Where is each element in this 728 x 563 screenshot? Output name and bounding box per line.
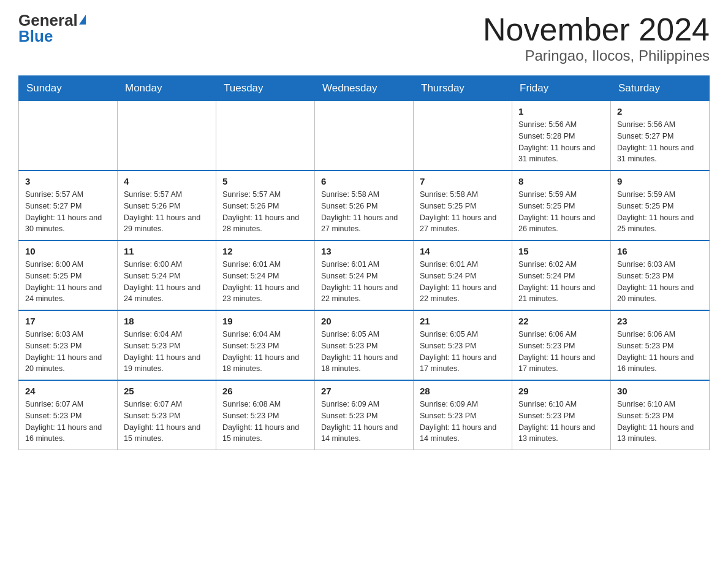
calendar-cell: 13Sunrise: 6:01 AMSunset: 5:24 PMDayligh…	[315, 240, 414, 310]
logo-triangle-icon	[79, 15, 86, 25]
day-info: Sunrise: 6:03 AMSunset: 5:23 PMDaylight:…	[25, 329, 111, 375]
calendar-cell: 24Sunrise: 6:07 AMSunset: 5:23 PMDayligh…	[19, 380, 118, 450]
day-number: 18	[124, 316, 210, 326]
day-number: 12	[222, 246, 308, 256]
day-number: 3	[25, 176, 111, 186]
week-row-3: 10Sunrise: 6:00 AMSunset: 5:25 PMDayligh…	[19, 240, 710, 310]
calendar-cell: 20Sunrise: 6:05 AMSunset: 5:23 PMDayligh…	[315, 310, 414, 380]
day-info: Sunrise: 6:05 AMSunset: 5:23 PMDaylight:…	[420, 329, 506, 375]
day-info: Sunrise: 5:57 AMSunset: 5:26 PMDaylight:…	[124, 189, 210, 235]
day-number: 2	[617, 106, 703, 117]
logo-general: General	[18, 12, 78, 28]
day-number: 9	[617, 176, 703, 186]
day-info: Sunrise: 6:02 AMSunset: 5:24 PMDaylight:…	[518, 259, 604, 305]
calendar-cell: 19Sunrise: 6:04 AMSunset: 5:23 PMDayligh…	[216, 310, 315, 380]
day-number: 23	[617, 316, 703, 326]
calendar-cell: 7Sunrise: 5:58 AMSunset: 5:25 PMDaylight…	[414, 170, 512, 240]
day-info: Sunrise: 5:56 AMSunset: 5:28 PMDaylight:…	[518, 119, 604, 165]
day-info: Sunrise: 6:10 AMSunset: 5:23 PMDaylight:…	[518, 399, 604, 445]
day-info: Sunrise: 5:57 AMSunset: 5:26 PMDaylight:…	[222, 189, 308, 235]
calendar-cell: 21Sunrise: 6:05 AMSunset: 5:23 PMDayligh…	[414, 310, 512, 380]
day-number: 14	[420, 246, 506, 256]
day-number: 21	[420, 316, 506, 326]
day-info: Sunrise: 6:04 AMSunset: 5:23 PMDaylight:…	[222, 329, 308, 375]
day-info: Sunrise: 6:00 AMSunset: 5:24 PMDaylight:…	[124, 259, 210, 305]
day-number: 4	[124, 176, 210, 186]
day-number: 7	[420, 176, 506, 186]
day-number: 13	[321, 246, 407, 256]
day-info: Sunrise: 6:07 AMSunset: 5:23 PMDaylight:…	[25, 399, 111, 445]
calendar-cell: 8Sunrise: 5:59 AMSunset: 5:25 PMDaylight…	[512, 170, 611, 240]
day-number: 27	[321, 386, 407, 396]
week-row-1: 1Sunrise: 5:56 AMSunset: 5:28 PMDaylight…	[19, 101, 710, 171]
calendar-cell: 23Sunrise: 6:06 AMSunset: 5:23 PMDayligh…	[611, 310, 710, 380]
calendar-cell: 22Sunrise: 6:06 AMSunset: 5:23 PMDayligh…	[512, 310, 611, 380]
day-info: Sunrise: 6:07 AMSunset: 5:23 PMDaylight:…	[124, 399, 210, 445]
day-info: Sunrise: 5:59 AMSunset: 5:25 PMDaylight:…	[617, 189, 703, 235]
weekday-header-row: SundayMondayTuesdayWednesdayThursdayFrid…	[19, 76, 710, 101]
calendar-cell: 1Sunrise: 5:56 AMSunset: 5:28 PMDaylight…	[512, 101, 611, 171]
day-info: Sunrise: 5:57 AMSunset: 5:27 PMDaylight:…	[25, 189, 111, 235]
day-info: Sunrise: 6:05 AMSunset: 5:23 PMDaylight:…	[321, 329, 407, 375]
day-info: Sunrise: 5:58 AMSunset: 5:26 PMDaylight:…	[321, 189, 407, 235]
day-info: Sunrise: 6:06 AMSunset: 5:23 PMDaylight:…	[617, 329, 703, 375]
day-number: 29	[518, 386, 604, 396]
day-info: Sunrise: 6:01 AMSunset: 5:24 PMDaylight:…	[321, 259, 407, 305]
day-number: 28	[420, 386, 506, 396]
weekday-header-wednesday: Wednesday	[315, 76, 414, 101]
day-number: 16	[617, 246, 703, 256]
day-number: 5	[222, 176, 308, 186]
weekday-header-thursday: Thursday	[414, 76, 512, 101]
calendar-cell: 26Sunrise: 6:08 AMSunset: 5:23 PMDayligh…	[216, 380, 315, 450]
calendar-cell: 16Sunrise: 6:03 AMSunset: 5:23 PMDayligh…	[611, 240, 710, 310]
calendar-cell: 6Sunrise: 5:58 AMSunset: 5:26 PMDaylight…	[315, 170, 414, 240]
day-number: 10	[25, 246, 111, 256]
day-info: Sunrise: 6:03 AMSunset: 5:23 PMDaylight:…	[617, 259, 703, 305]
calendar-cell	[216, 101, 315, 171]
day-number: 19	[222, 316, 308, 326]
calendar-cell: 11Sunrise: 6:00 AMSunset: 5:24 PMDayligh…	[118, 240, 216, 310]
day-info: Sunrise: 6:04 AMSunset: 5:23 PMDaylight:…	[124, 329, 210, 375]
page-title: November 2024	[483, 12, 710, 47]
calendar-table: SundayMondayTuesdayWednesdayThursdayFrid…	[18, 75, 710, 450]
day-info: Sunrise: 6:00 AMSunset: 5:25 PMDaylight:…	[25, 259, 111, 305]
day-info: Sunrise: 5:56 AMSunset: 5:27 PMDaylight:…	[617, 119, 703, 165]
calendar-cell: 4Sunrise: 5:57 AMSunset: 5:26 PMDaylight…	[118, 170, 216, 240]
calendar-cell: 25Sunrise: 6:07 AMSunset: 5:23 PMDayligh…	[118, 380, 216, 450]
calendar-cell: 30Sunrise: 6:10 AMSunset: 5:23 PMDayligh…	[611, 380, 710, 450]
day-number: 11	[124, 246, 210, 256]
calendar-cell: 2Sunrise: 5:56 AMSunset: 5:27 PMDaylight…	[611, 101, 710, 171]
day-number: 1	[518, 106, 604, 117]
weekday-header-sunday: Sunday	[19, 76, 118, 101]
calendar-cell	[414, 101, 512, 171]
logo-blue: Blue	[18, 27, 53, 46]
title-block: November 2024 Paringao, Ilocos, Philippi…	[483, 12, 710, 64]
calendar-cell: 15Sunrise: 6:02 AMSunset: 5:24 PMDayligh…	[512, 240, 611, 310]
day-info: Sunrise: 6:06 AMSunset: 5:23 PMDaylight:…	[518, 329, 604, 375]
calendar-cell: 3Sunrise: 5:57 AMSunset: 5:27 PMDaylight…	[19, 170, 118, 240]
weekday-header-monday: Monday	[118, 76, 216, 101]
weekday-header-tuesday: Tuesday	[216, 76, 315, 101]
calendar-cell: 5Sunrise: 5:57 AMSunset: 5:26 PMDaylight…	[216, 170, 315, 240]
calendar-cell: 12Sunrise: 6:01 AMSunset: 5:24 PMDayligh…	[216, 240, 315, 310]
day-number: 8	[518, 176, 604, 186]
calendar-cell: 18Sunrise: 6:04 AMSunset: 5:23 PMDayligh…	[118, 310, 216, 380]
day-info: Sunrise: 6:08 AMSunset: 5:23 PMDaylight:…	[222, 399, 308, 445]
calendar-cell: 17Sunrise: 6:03 AMSunset: 5:23 PMDayligh…	[19, 310, 118, 380]
calendar-cell: 10Sunrise: 6:00 AMSunset: 5:25 PMDayligh…	[19, 240, 118, 310]
week-row-5: 24Sunrise: 6:07 AMSunset: 5:23 PMDayligh…	[19, 380, 710, 450]
day-info: Sunrise: 6:01 AMSunset: 5:24 PMDaylight:…	[222, 259, 308, 305]
calendar-cell	[315, 101, 414, 171]
day-number: 25	[124, 386, 210, 396]
week-row-4: 17Sunrise: 6:03 AMSunset: 5:23 PMDayligh…	[19, 310, 710, 380]
calendar-cell: 9Sunrise: 5:59 AMSunset: 5:25 PMDaylight…	[611, 170, 710, 240]
day-number: 26	[222, 386, 308, 396]
day-info: Sunrise: 6:01 AMSunset: 5:24 PMDaylight:…	[420, 259, 506, 305]
page-subtitle: Paringao, Ilocos, Philippines	[483, 47, 710, 64]
weekday-header-friday: Friday	[512, 76, 611, 101]
day-info: Sunrise: 5:59 AMSunset: 5:25 PMDaylight:…	[518, 189, 604, 235]
logo: General Blue	[18, 12, 86, 46]
calendar-cell: 27Sunrise: 6:09 AMSunset: 5:23 PMDayligh…	[315, 380, 414, 450]
day-number: 15	[518, 246, 604, 256]
day-number: 6	[321, 176, 407, 186]
